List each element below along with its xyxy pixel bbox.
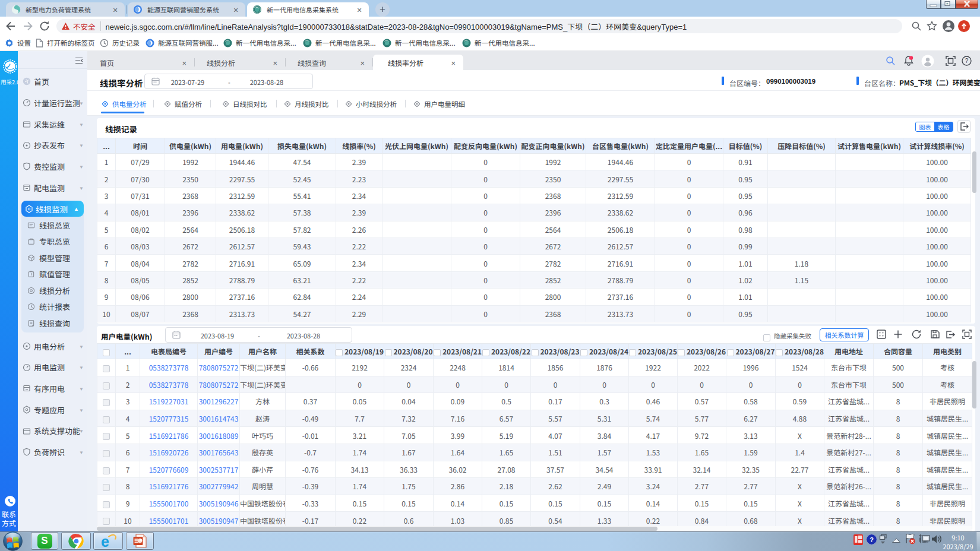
svg-text:e: e (101, 533, 109, 549)
svg-text:?: ? (965, 58, 969, 64)
svg-text:?: ? (870, 536, 874, 543)
